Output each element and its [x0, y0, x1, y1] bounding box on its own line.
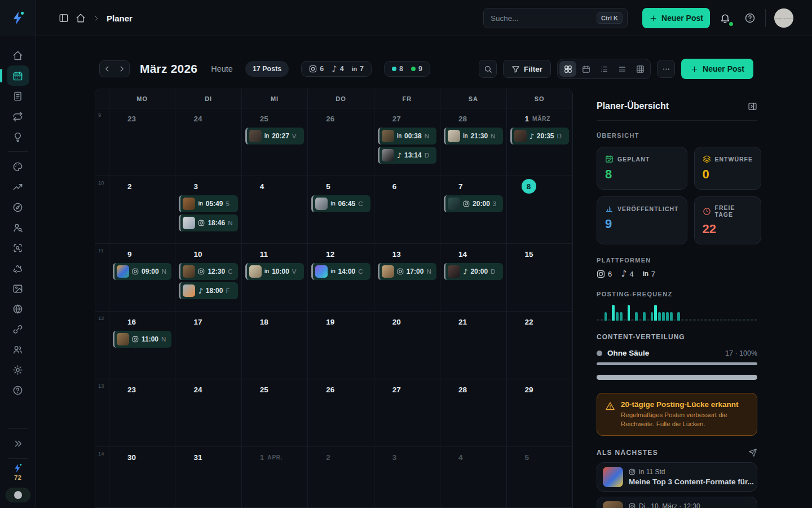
panel-collapse-button[interactable]	[748, 102, 757, 111]
day-cell-20[interactable]: 20	[374, 312, 440, 379]
day-cell-8[interactable]: 8	[507, 176, 572, 243]
day-cell-18[interactable]: 18	[242, 312, 308, 379]
day-cell-27[interactable]: 27	[374, 379, 440, 446]
day-cell-12[interactable]: 12in14:00C	[308, 244, 374, 311]
sidebar-item-help-circle[interactable]	[7, 380, 29, 400]
post-chip[interactable]: ♪20:35D	[510, 128, 569, 144]
today-button[interactable]: Heute	[211, 64, 233, 73]
filter-button[interactable]: Filter	[503, 60, 551, 78]
post-chip[interactable]: in06:45C	[311, 195, 370, 212]
next-post-item[interactable]: in 11 StdMeine Top 3 Content-Formate für…	[597, 462, 757, 492]
day-cell-2[interactable]: 2	[308, 447, 374, 508]
day-cell-14[interactable]: 14♪20:00D	[440, 244, 506, 311]
sidebar-item-trend[interactable]	[7, 177, 29, 197]
sidebar-item-bulb[interactable]	[7, 126, 29, 147]
post-chip[interactable]: 12:30C	[179, 263, 237, 280]
day-cell-3[interactable]: 3	[374, 447, 440, 508]
day-cell-31[interactable]: 31	[175, 447, 241, 508]
day-cell-19[interactable]: 19	[308, 312, 374, 379]
post-chip[interactable]: in00:38N	[378, 128, 436, 144]
notifications-button[interactable]	[720, 12, 731, 24]
post-chip[interactable]: ♪13:14D	[378, 147, 436, 164]
more-button[interactable]	[657, 60, 675, 78]
day-cell-11[interactable]: 11in10:00V	[242, 244, 308, 311]
day-cell-17[interactable]: 17	[175, 312, 241, 379]
day-cell-24[interactable]: 24	[175, 379, 241, 446]
home-icon[interactable]	[76, 13, 86, 23]
next-post-item[interactable]: Di., 10. März · 12:30Q&A: Eure Fragen zu…	[597, 497, 757, 508]
sidebar-item-calendar[interactable]	[7, 65, 29, 86]
day-cell-2[interactable]: 2	[109, 176, 175, 243]
day-cell-10[interactable]: 1012:30C♪18:00F	[175, 244, 241, 311]
day-cell-15[interactable]: 15	[507, 244, 572, 311]
day-cell-28[interactable]: 28in21:30N	[440, 108, 506, 176]
sidebar-item-file[interactable]	[7, 86, 29, 106]
day-cell-30[interactable]: 30	[109, 447, 175, 508]
day-cell-7[interactable]: 720:003	[440, 176, 506, 243]
post-chip[interactable]: 17:00N	[378, 263, 436, 280]
sidebar-item-repeat[interactable]	[7, 106, 29, 126]
sidebar-item-image[interactable]	[7, 278, 29, 299]
day-cell-9[interactable]: 909:00N	[109, 244, 175, 311]
help-button[interactable]	[744, 12, 756, 24]
post-chip[interactable]: in05:495	[179, 195, 237, 212]
day-cell-5[interactable]: 5in06:45C	[308, 176, 374, 243]
view-menu-button[interactable]	[614, 61, 630, 77]
day-cell-23[interactable]: 23	[109, 108, 175, 176]
day-cell-28[interactable]: 28	[440, 379, 506, 446]
view-calendar-mini-button[interactable]	[577, 61, 594, 77]
day-cell-21[interactable]: 21	[440, 312, 506, 379]
post-chip[interactable]: in20:27V	[245, 128, 304, 144]
day-cell-25[interactable]: 25	[242, 379, 308, 446]
day-cell-25[interactable]: 25in20:27V	[242, 108, 308, 176]
post-chip[interactable]: 11:00N	[113, 331, 171, 348]
day-cell-4[interactable]: 4	[440, 447, 506, 508]
post-chip[interactable]: in21:30N	[444, 128, 502, 144]
day-cell-24[interactable]: 24	[175, 108, 241, 176]
day-cell-3[interactable]: 3in05:49518:46N	[175, 176, 241, 243]
search-input[interactable]: Suche... Ctrl K	[483, 8, 628, 28]
app-logo[interactable]	[0, 0, 36, 36]
day-cell-26[interactable]: 26	[308, 379, 374, 446]
sidebar-item-link[interactable]	[7, 319, 29, 339]
next-month-button[interactable]	[114, 61, 129, 77]
sidebar-item-palette[interactable]	[7, 156, 29, 177]
prev-month-button[interactable]	[100, 61, 114, 77]
day-cell-27[interactable]: 27in00:38N♪13:14D	[374, 108, 440, 176]
new-post-button-toolbar[interactable]: Neuer Post	[681, 59, 753, 79]
sidebar-collapse-button[interactable]	[7, 433, 29, 454]
day-cell-5[interactable]: 5	[507, 447, 572, 508]
search-button[interactable]	[479, 60, 497, 78]
view-grid3-button[interactable]	[632, 61, 648, 77]
post-chip[interactable]: 20:003	[444, 195, 502, 212]
view-grid2-button[interactable]	[559, 61, 576, 77]
sidebar-item-recycle[interactable]	[7, 258, 29, 278]
sidebar-item-gear[interactable]	[7, 360, 29, 380]
new-post-button[interactable]: Neuer Post	[642, 8, 710, 28]
post-chip[interactable]: ♪18:00F	[179, 282, 237, 299]
theme-toggle[interactable]	[6, 488, 30, 502]
day-cell-4[interactable]: 4	[242, 176, 308, 243]
post-chip[interactable]: in10:00V	[245, 263, 304, 280]
sidebar-item-globe[interactable]	[7, 299, 29, 319]
day-cell-1[interactable]: 1MÄRZ♪20:35D	[507, 108, 572, 176]
post-chip[interactable]: ♪20:00D	[444, 263, 502, 280]
day-cell-13[interactable]: 1317:00N	[374, 244, 440, 311]
sidebar-item-user-search[interactable]	[7, 217, 29, 238]
post-chip[interactable]: 18:46N	[179, 214, 237, 231]
view-list-button[interactable]	[595, 61, 612, 77]
sidebar-toggle-icon[interactable]	[59, 13, 69, 23]
day-cell-23[interactable]: 23	[109, 379, 175, 446]
day-cell-26[interactable]: 26	[308, 108, 374, 176]
sidebar-item-scan-search[interactable]	[7, 238, 29, 258]
post-chip[interactable]: in14:00C	[311, 263, 370, 280]
sidebar-item-users[interactable]	[7, 339, 29, 360]
avatar[interactable]: people+pictures	[774, 8, 793, 28]
sidebar-item-home[interactable]	[7, 45, 29, 65]
day-cell-16[interactable]: 1611:00N	[109, 312, 175, 379]
day-cell-22[interactable]: 22	[507, 312, 572, 379]
send-button[interactable]	[748, 448, 757, 457]
day-cell-1[interactable]: 1APR.	[242, 447, 308, 508]
post-chip[interactable]: 09:00N	[113, 263, 171, 280]
day-cell-29[interactable]: 29	[507, 379, 572, 446]
